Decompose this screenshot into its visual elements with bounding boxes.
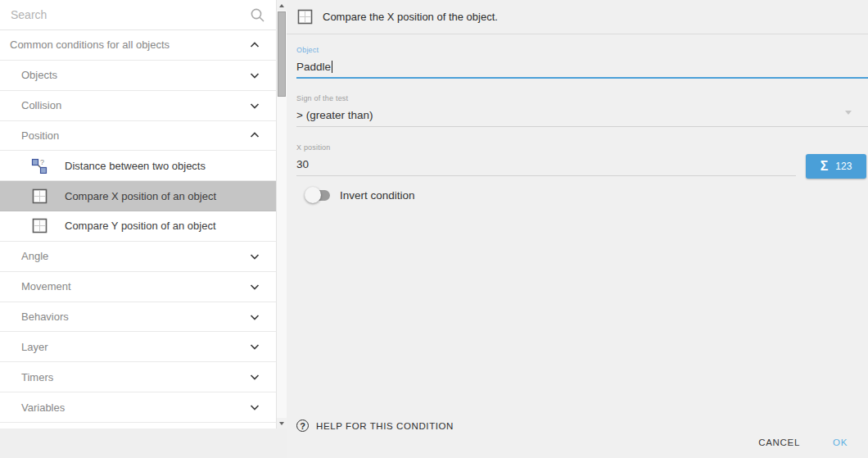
x-position-underline	[296, 175, 796, 176]
chevron-down-icon	[249, 313, 260, 321]
condition-label: Compare X position of an object	[65, 190, 216, 202]
sidebar-group-behaviors[interactable]: Behaviors	[0, 302, 276, 333]
object-field-value[interactable]: Paddle	[296, 61, 331, 73]
condition-item-distance-between-two-objects[interactable]: ? Distance between two objects	[0, 151, 276, 181]
sidebar-scrollbar[interactable]	[276, 0, 287, 429]
sidebar-category-common-conditions[interactable]: Common conditions for all objects	[0, 30, 276, 61]
sidebar-group-movement[interactable]: Movement	[0, 272, 276, 302]
sidebar-group-variables[interactable]: Variables	[0, 392, 276, 423]
conditions-sidebar: Common conditions for all objects Object…	[0, 0, 287, 429]
condition-title: Compare the X position of the object.	[323, 11, 498, 23]
help-icon: ?	[296, 419, 309, 432]
expression-builder-button[interactable]: Σ 123	[806, 154, 866, 179]
group-label: Behaviors	[21, 311, 69, 323]
condition-item-compare-y-position[interactable]: Compare Y position of an object	[0, 211, 276, 242]
category-label: Common conditions for all objects	[10, 39, 170, 51]
chevron-down-icon	[249, 283, 260, 291]
scrollbar-thumb[interactable]	[278, 11, 286, 97]
sidebar-group-layer[interactable]: Layer	[0, 332, 276, 362]
sign-field-label: Sign of the test	[296, 94, 868, 102]
group-label: Movement	[21, 280, 71, 292]
group-label: Timers	[21, 371, 53, 383]
object-field-label: Object	[296, 46, 868, 54]
toggle-knob[interactable]	[305, 187, 321, 203]
sidebar-group-timers[interactable]: Timers	[0, 362, 276, 392]
sign-of-test-select[interactable]: Sign of the test > (greater than)	[296, 79, 868, 127]
help-for-condition-button[interactable]: ? HELP FOR THIS CONDITION	[296, 419, 454, 432]
object-field[interactable]: Object Paddle	[296, 34, 868, 79]
chevron-down-icon	[249, 71, 260, 79]
chevron-down-icon	[249, 102, 260, 110]
expression-button-label: 123	[835, 161, 852, 172]
scrollbar-down-arrow-icon[interactable]	[277, 418, 287, 429]
group-label: Collision	[21, 99, 61, 111]
search-icon	[250, 7, 265, 23]
search-input[interactable]	[11, 8, 250, 21]
svg-text:?: ?	[40, 158, 44, 166]
group-label: Variables	[21, 401, 65, 414]
distance-between-objects-icon: ?	[31, 157, 47, 174]
sign-field-value[interactable]: > (greater than)	[296, 108, 868, 121]
cancel-button[interactable]: CANCEL	[757, 433, 802, 452]
group-label: Position	[21, 129, 59, 142]
compare-position-icon	[31, 218, 47, 234]
invert-condition-toggle[interactable]	[305, 187, 332, 203]
sidebar-group-objects[interactable]: Objects	[0, 61, 276, 91]
condition-label: Distance between two objects	[65, 160, 206, 172]
chevron-down-icon	[249, 373, 260, 381]
help-button-label: HELP FOR THIS CONDITION	[316, 421, 454, 431]
sidebar-group-position[interactable]: Position	[0, 121, 276, 152]
compare-position-icon	[31, 188, 47, 204]
sidebar-group-collision[interactable]: Collision	[0, 91, 276, 121]
dialog-actions: CANCEL OK	[757, 433, 849, 452]
text-caret	[332, 61, 332, 73]
invert-condition-label: Invert condition	[340, 189, 415, 202]
group-label: Layer	[21, 341, 48, 353]
sigma-icon: Σ	[821, 159, 829, 174]
group-label: Objects	[21, 69, 57, 81]
chevron-down-icon	[249, 403, 260, 411]
ok-button[interactable]: OK	[831, 433, 849, 452]
sign-field-underline	[296, 126, 868, 127]
chevron-down-icon	[249, 252, 260, 261]
chevron-down-icon	[249, 342, 260, 351]
chevron-up-icon	[249, 41, 260, 49]
conditions-list: Common conditions for all objects Object…	[0, 0, 276, 429]
chevron-up-icon	[249, 131, 260, 139]
x-position-label: X position	[296, 143, 796, 152]
sidebar-group-angle[interactable]: Angle	[0, 242, 276, 272]
condition-editor-panel: Compare the X position of the object. Ob…	[287, 0, 868, 458]
dropdown-arrow-icon[interactable]	[845, 111, 852, 115]
scrollbar-up-arrow-icon[interactable]	[277, 0, 287, 11]
group-label: Angle	[21, 250, 48, 262]
x-position-field: X position 30 Σ 123	[296, 127, 868, 176]
x-position-value[interactable]: 30	[296, 157, 796, 170]
invert-condition-row: Invert condition	[296, 187, 868, 203]
condition-item-compare-x-position[interactable]: Compare X position of an object	[0, 181, 276, 211]
condition-header: Compare the X position of the object.	[287, 0, 868, 34]
compare-position-icon	[297, 9, 313, 25]
condition-label: Compare Y position of an object	[65, 220, 216, 232]
search-bar[interactable]	[0, 0, 276, 30]
